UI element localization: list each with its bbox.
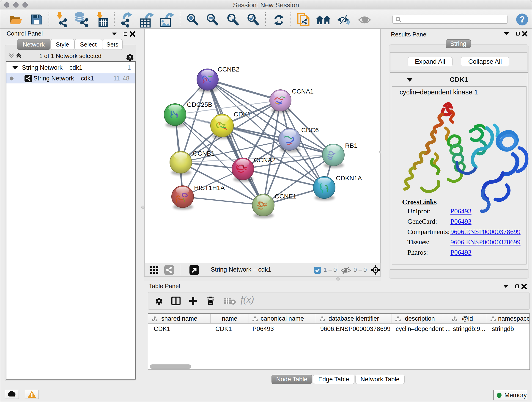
svg-text:CCNE1: CCNE1: [275, 193, 297, 200]
svg-text:CDC25B: CDC25B: [187, 101, 212, 108]
svg-text:HIST1H1A: HIST1H1A: [194, 184, 225, 191]
svg-text:CCNA2: CCNA2: [254, 157, 276, 164]
svg-text:CDK1: CDK1: [234, 111, 251, 118]
svg-text:CDKN1A: CDKN1A: [336, 175, 362, 182]
svg-text:CCNB1: CCNB1: [193, 150, 215, 157]
svg-text:CDC6: CDC6: [301, 127, 319, 134]
svg-text:CCNA1: CCNA1: [292, 88, 314, 95]
svg-text:?: ?: [519, 15, 525, 24]
svg-text:CCNB2: CCNB2: [218, 66, 239, 73]
svg-text:RB1: RB1: [345, 142, 357, 149]
